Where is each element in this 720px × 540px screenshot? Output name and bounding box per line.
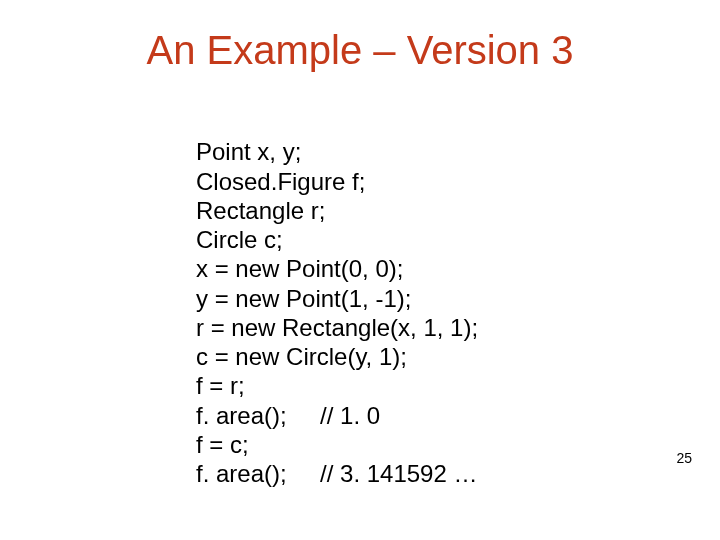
code-line: x = new Point(0, 0); [196, 255, 403, 282]
code-line: Closed.Figure f; [196, 168, 365, 195]
code-line: f. area(); // 3. 141592 … [196, 460, 477, 487]
code-line: f. area(); // 1. 0 [196, 402, 380, 429]
code-line: f = r; [196, 372, 245, 399]
code-line: Rectangle r; [196, 197, 325, 224]
code-line: Circle c; [196, 226, 283, 253]
code-line: c = new Circle(y, 1); [196, 343, 407, 370]
code-line: Point x, y; [196, 138, 301, 165]
slide-title: An Example – Version 3 [0, 28, 720, 73]
code-line: y = new Point(1, -1); [196, 285, 411, 312]
code-block: Point x, y; Closed.Figure f; Rectangle r… [196, 108, 478, 488]
page-number: 25 [676, 450, 692, 466]
code-line: r = new Rectangle(x, 1, 1); [196, 314, 478, 341]
slide: An Example – Version 3 Point x, y; Close… [0, 0, 720, 540]
code-line: f = c; [196, 431, 249, 458]
